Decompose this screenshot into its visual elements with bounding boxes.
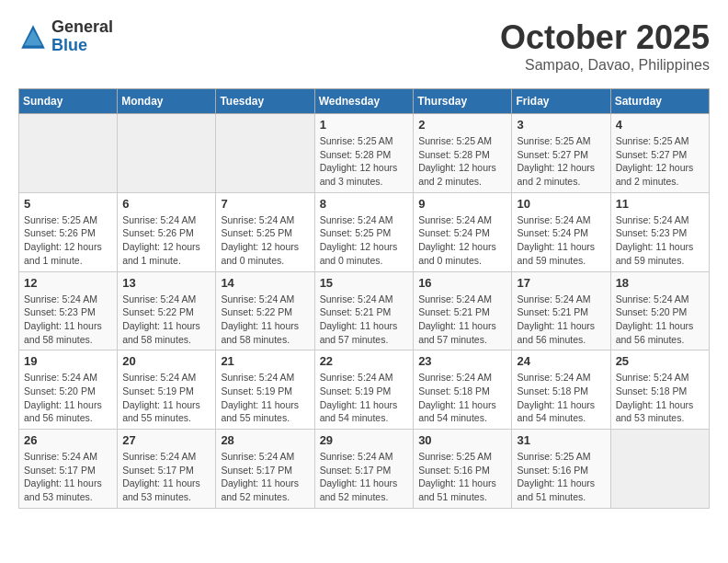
weekday-header-wednesday: Wednesday: [314, 89, 414, 114]
weekday-header-sunday: Sunday: [19, 89, 118, 114]
day-info: Sunrise: 5:24 AM Sunset: 5:21 PM Dayligh…: [517, 293, 605, 347]
location-text: Sampao, Davao, Philippines: [500, 57, 710, 74]
day-info: Sunrise: 5:25 AM Sunset: 5:28 PM Dayligh…: [320, 134, 409, 189]
day-info: Sunrise: 5:24 AM Sunset: 5:19 PM Dayligh…: [320, 371, 409, 425]
day-info: Sunrise: 5:24 AM Sunset: 5:19 PM Dayligh…: [122, 371, 210, 425]
weekday-header-friday: Friday: [512, 89, 610, 114]
day-info: Sunrise: 5:24 AM Sunset: 5:25 PM Dayligh…: [221, 213, 309, 268]
calendar-cell: 27Sunrise: 5:24 AM Sunset: 5:17 PM Dayli…: [118, 430, 216, 509]
calendar-week-3: 12Sunrise: 5:24 AM Sunset: 5:23 PM Dayli…: [19, 271, 710, 350]
day-info: Sunrise: 5:24 AM Sunset: 5:21 PM Dayligh…: [320, 293, 409, 347]
calendar-cell: 16Sunrise: 5:24 AM Sunset: 5:21 PM Dayli…: [414, 271, 512, 350]
day-info: Sunrise: 5:24 AM Sunset: 5:26 PM Dayligh…: [122, 213, 210, 268]
calendar-cell: 21Sunrise: 5:24 AM Sunset: 5:19 PM Dayli…: [216, 350, 314, 430]
day-info: Sunrise: 5:24 AM Sunset: 5:23 PM Dayligh…: [24, 293, 112, 347]
day-info: Sunrise: 5:24 AM Sunset: 5:22 PM Dayligh…: [221, 293, 309, 347]
calendar-header: SundayMondayTuesdayWednesdayThursdayFrid…: [19, 89, 710, 114]
day-info: Sunrise: 5:24 AM Sunset: 5:17 PM Dayligh…: [24, 450, 112, 504]
day-number: 28: [221, 433, 309, 447]
calendar-cell: 18Sunrise: 5:24 AM Sunset: 5:20 PM Dayli…: [610, 271, 709, 350]
day-number: 12: [24, 276, 112, 290]
day-number: 8: [320, 197, 409, 211]
day-info: Sunrise: 5:24 AM Sunset: 5:24 PM Dayligh…: [517, 213, 605, 268]
calendar-cell: 24Sunrise: 5:24 AM Sunset: 5:18 PM Dayli…: [512, 350, 610, 430]
title-block: October 2025 Sampao, Davao, Philippines: [500, 18, 710, 74]
calendar-cell: 19Sunrise: 5:24 AM Sunset: 5:20 PM Dayli…: [19, 350, 118, 430]
day-number: 19: [24, 354, 112, 368]
day-number: 30: [418, 433, 506, 447]
day-number: 25: [616, 354, 704, 368]
day-info: Sunrise: 5:24 AM Sunset: 5:18 PM Dayligh…: [616, 371, 704, 425]
day-number: 1: [320, 118, 409, 132]
weekday-header-saturday: Saturday: [610, 89, 709, 114]
day-number: 10: [517, 197, 605, 211]
logo-blue-text: Blue: [51, 37, 113, 55]
calendar-cell: 29Sunrise: 5:24 AM Sunset: 5:17 PM Dayli…: [314, 430, 414, 509]
calendar-cell: 15Sunrise: 5:24 AM Sunset: 5:21 PM Dayli…: [314, 271, 414, 350]
calendar-cell: 2Sunrise: 5:25 AM Sunset: 5:28 PM Daylig…: [414, 114, 512, 193]
day-number: 2: [418, 118, 506, 132]
month-title: October 2025: [500, 18, 710, 57]
day-number: 14: [221, 276, 309, 290]
day-number: 5: [24, 197, 112, 211]
weekday-header-monday: Monday: [118, 89, 216, 114]
day-number: 9: [418, 197, 506, 211]
day-number: 22: [320, 354, 409, 368]
calendar-cell: 25Sunrise: 5:24 AM Sunset: 5:18 PM Dayli…: [610, 350, 709, 430]
calendar-cell: [118, 114, 216, 193]
calendar-cell: 17Sunrise: 5:24 AM Sunset: 5:21 PM Dayli…: [512, 271, 610, 350]
day-info: Sunrise: 5:25 AM Sunset: 5:27 PM Dayligh…: [616, 134, 704, 189]
weekday-header-tuesday: Tuesday: [216, 89, 314, 114]
calendar-cell: 28Sunrise: 5:24 AM Sunset: 5:17 PM Dayli…: [216, 430, 314, 509]
calendar-week-4: 19Sunrise: 5:24 AM Sunset: 5:20 PM Dayli…: [19, 350, 710, 430]
calendar-cell: 1Sunrise: 5:25 AM Sunset: 5:28 PM Daylig…: [314, 114, 414, 193]
day-info: Sunrise: 5:25 AM Sunset: 5:27 PM Dayligh…: [517, 134, 605, 189]
calendar-cell: 23Sunrise: 5:24 AM Sunset: 5:18 PM Dayli…: [414, 350, 512, 430]
day-info: Sunrise: 5:24 AM Sunset: 5:20 PM Dayligh…: [616, 293, 704, 347]
day-number: 27: [122, 433, 210, 447]
calendar-cell: 5Sunrise: 5:25 AM Sunset: 5:26 PM Daylig…: [19, 192, 118, 271]
day-number: 21: [221, 354, 309, 368]
day-number: 17: [517, 276, 605, 290]
day-number: 15: [320, 276, 409, 290]
logo: General Blue: [18, 18, 113, 55]
day-number: 16: [418, 276, 506, 290]
logo-general-text: General: [51, 18, 113, 37]
day-number: 4: [616, 118, 704, 132]
calendar-cell: 10Sunrise: 5:24 AM Sunset: 5:24 PM Dayli…: [512, 192, 610, 271]
day-info: Sunrise: 5:24 AM Sunset: 5:19 PM Dayligh…: [221, 371, 309, 425]
calendar-cell: [216, 114, 314, 193]
calendar-cell: 14Sunrise: 5:24 AM Sunset: 5:22 PM Dayli…: [216, 271, 314, 350]
calendar-cell: 13Sunrise: 5:24 AM Sunset: 5:22 PM Dayli…: [118, 271, 216, 350]
calendar-cell: 22Sunrise: 5:24 AM Sunset: 5:19 PM Dayli…: [314, 350, 414, 430]
calendar-cell: [610, 430, 709, 509]
calendar-cell: 11Sunrise: 5:24 AM Sunset: 5:23 PM Dayli…: [610, 192, 709, 271]
calendar-body: 1Sunrise: 5:25 AM Sunset: 5:28 PM Daylig…: [19, 114, 710, 509]
calendar-cell: 31Sunrise: 5:25 AM Sunset: 5:16 PM Dayli…: [512, 430, 610, 509]
day-info: Sunrise: 5:25 AM Sunset: 5:26 PM Dayligh…: [24, 213, 112, 268]
day-number: 26: [24, 433, 112, 447]
day-info: Sunrise: 5:24 AM Sunset: 5:23 PM Dayligh…: [616, 213, 704, 268]
calendar-table: SundayMondayTuesdayWednesdayThursdayFrid…: [18, 88, 710, 509]
day-number: 6: [122, 197, 210, 211]
day-info: Sunrise: 5:24 AM Sunset: 5:17 PM Dayligh…: [122, 450, 210, 504]
calendar-cell: 8Sunrise: 5:24 AM Sunset: 5:25 PM Daylig…: [314, 192, 414, 271]
day-info: Sunrise: 5:24 AM Sunset: 5:18 PM Dayligh…: [517, 371, 605, 425]
calendar-cell: 4Sunrise: 5:25 AM Sunset: 5:27 PM Daylig…: [610, 114, 709, 193]
day-number: 11: [616, 197, 704, 211]
calendar-cell: [19, 114, 118, 193]
day-number: 3: [517, 118, 605, 132]
day-info: Sunrise: 5:24 AM Sunset: 5:17 PM Dayligh…: [320, 450, 409, 504]
calendar-cell: 6Sunrise: 5:24 AM Sunset: 5:26 PM Daylig…: [118, 192, 216, 271]
day-info: Sunrise: 5:24 AM Sunset: 5:24 PM Dayligh…: [418, 213, 506, 268]
weekday-header-thursday: Thursday: [414, 89, 512, 114]
day-info: Sunrise: 5:24 AM Sunset: 5:20 PM Dayligh…: [24, 371, 112, 425]
calendar-cell: 30Sunrise: 5:25 AM Sunset: 5:16 PM Dayli…: [414, 430, 512, 509]
day-number: 24: [517, 354, 605, 368]
page-header: General Blue October 2025 Sampao, Davao,…: [18, 18, 710, 74]
calendar-cell: 7Sunrise: 5:24 AM Sunset: 5:25 PM Daylig…: [216, 192, 314, 271]
day-number: 23: [418, 354, 506, 368]
day-info: Sunrise: 5:24 AM Sunset: 5:17 PM Dayligh…: [221, 450, 309, 504]
calendar-cell: 3Sunrise: 5:25 AM Sunset: 5:27 PM Daylig…: [512, 114, 610, 193]
day-info: Sunrise: 5:24 AM Sunset: 5:18 PM Dayligh…: [418, 371, 506, 425]
